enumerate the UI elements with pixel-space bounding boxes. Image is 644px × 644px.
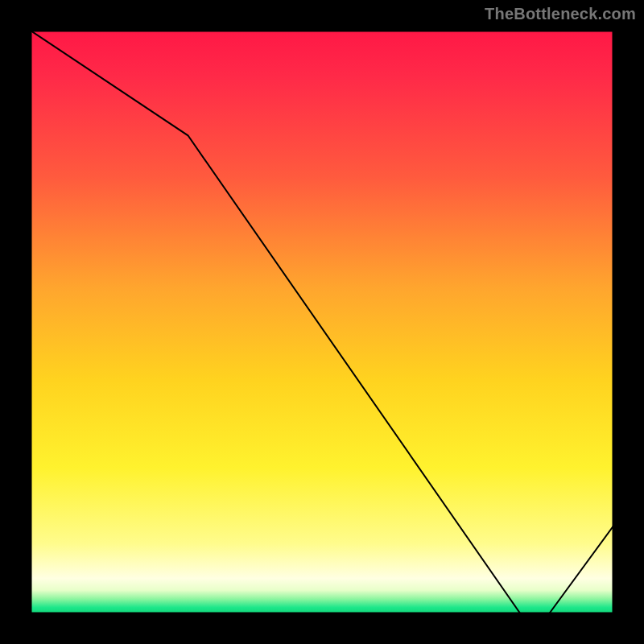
axis-frame [0,0,644,644]
chart-frame: TheBottleneck.com [0,0,644,644]
watermark-text: TheBottleneck.com [485,5,636,23]
